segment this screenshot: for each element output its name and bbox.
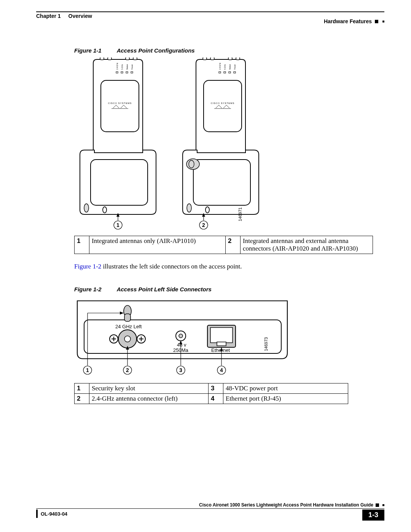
svg-point-10 xyxy=(84,204,89,212)
svg-rect-0 xyxy=(100,58,104,60)
figure-1-caption: Figure 1-1 Access Point Configurations xyxy=(74,47,384,54)
figure-2-drawing: 24 GHz Left 48 v 250Ma Ethernet 146973 xyxy=(74,298,384,378)
footer-bottom: OL-9403-04 1-3 xyxy=(36,510,384,521)
svg-rect-48 xyxy=(210,328,233,343)
vertical-bar-icon xyxy=(36,510,38,518)
led-label: Power xyxy=(131,64,133,70)
small-square-icon xyxy=(382,504,384,506)
figure-1-drawing: 2.4 GHz 5 GHz Status Power CISCO SYSTEMS xyxy=(74,58,384,233)
callout-4: 4 xyxy=(220,367,223,373)
legend-num: 2 xyxy=(75,394,89,404)
legend-text: 48-VDC power port xyxy=(223,383,348,394)
led-label: Status xyxy=(229,64,231,70)
svg-rect-1 xyxy=(108,58,112,60)
led-label: Status xyxy=(126,64,128,70)
figure-2-label: Figure 1-2 xyxy=(74,286,102,292)
svg-point-38 xyxy=(124,336,131,342)
svg-rect-18 xyxy=(228,58,232,60)
footer-guide-line: Cisco Aironet 1000 Series Lightweight Ac… xyxy=(36,502,384,509)
legend-num: 4 xyxy=(209,394,223,404)
chapter-label: Chapter 1 Overview xyxy=(36,13,92,19)
page-number: 1-3 xyxy=(362,510,384,521)
legend-text: Integrated antennas and external antenna… xyxy=(241,236,373,254)
svg-rect-24 xyxy=(204,80,242,132)
footer-docnum: OL-9403-04 xyxy=(36,510,67,518)
figure-1-legend: 1 Integrated antennas only (AIR-AP1010) … xyxy=(74,236,373,254)
body-text-rest: illustrates the left side connectors on … xyxy=(101,263,242,270)
svg-rect-8 xyxy=(101,80,139,132)
led-label: 2.4 GHz xyxy=(219,62,221,70)
legend-num: 2 xyxy=(226,236,241,254)
callout-2: 2 xyxy=(202,222,205,228)
figure-2-drawing-id: 146973 xyxy=(264,337,268,351)
figure-2-title: Access Point Left Side Connectors xyxy=(117,286,212,292)
svg-rect-3 xyxy=(133,58,137,60)
legend-text: Integrated antennas only (AIR-AP1010) xyxy=(89,236,226,254)
page-header: Chapter 1 Overview Hardware Features xyxy=(36,13,384,24)
svg-rect-28 xyxy=(193,160,250,205)
doc-number: OL-9403-04 xyxy=(41,511,67,517)
svg-point-30 xyxy=(189,160,194,168)
led-label: 5 GHz xyxy=(224,64,226,70)
header-rule xyxy=(36,11,384,12)
svg-rect-17 xyxy=(210,58,214,60)
svg-point-46 xyxy=(179,334,183,338)
legend-text: Security key slot xyxy=(89,383,209,394)
legend-text: Ethernet port (RJ-45) xyxy=(223,394,348,404)
square-icon xyxy=(376,503,379,507)
callout-2: 2 xyxy=(126,367,129,373)
svg-rect-2 xyxy=(126,58,129,60)
callout-1: 1 xyxy=(86,367,89,373)
callout-1: 1 xyxy=(116,222,119,228)
callout-3: 3 xyxy=(179,367,182,373)
side-connector-illustration: 24 GHz Left 48 v 250Ma Ethernet 146973 xyxy=(74,298,295,378)
cisco-logo-text: CISCO SYSTEMS xyxy=(211,102,234,104)
legend-text: 2.4-GHz antenna connector (left) xyxy=(89,394,209,404)
figure-reference-link[interactable]: Figure 1-2 xyxy=(74,263,101,270)
svg-rect-16 xyxy=(203,58,207,60)
svg-rect-36 xyxy=(124,314,131,321)
figure-2-caption: Figure 1-2 Access Point Left Side Connec… xyxy=(74,286,384,292)
svg-rect-49 xyxy=(217,342,226,346)
body-paragraph: Figure 1-2 illustrates the left side con… xyxy=(74,262,384,271)
figure-1-drawing-id: 146971 xyxy=(238,207,242,221)
chapter-title: Overview xyxy=(68,13,92,19)
section-label: Hardware Features xyxy=(324,18,384,24)
figure-1-label: Figure 1-1 xyxy=(74,47,102,54)
antenna-label: 24 GHz Left xyxy=(115,324,142,329)
svg-rect-12 xyxy=(91,160,148,205)
figure-2-legend: 1 Security key slot 3 48-VDC power port … xyxy=(74,383,348,404)
footer-guide-title: Cisco Aironet 1000 Series Lightweight Ac… xyxy=(199,502,373,508)
power-label-1: 48 v xyxy=(177,342,186,348)
led-label: 5 GHz xyxy=(121,64,123,70)
chapter-number: Chapter 1 xyxy=(36,13,61,19)
section-title: Hardware Features xyxy=(324,18,372,24)
figure-1-title: Access Point Configurations xyxy=(117,47,195,54)
access-point-illustration: 2.4 GHz 5 GHz Status Power CISCO SYSTEMS xyxy=(74,58,341,233)
page: Chapter 1 Overview Hardware Features Fig… xyxy=(0,0,411,532)
small-square-icon xyxy=(382,21,384,22)
svg-point-26 xyxy=(187,204,191,212)
page-footer: Cisco Aironet 1000 Series Lightweight Ac… xyxy=(36,502,384,521)
led-label: 2.4 GHz xyxy=(116,62,118,70)
legend-num: 1 xyxy=(75,383,89,394)
legend-num: 1 xyxy=(75,236,89,254)
cisco-logo-text: CISCO SYSTEMS xyxy=(108,102,132,104)
led-label: Power xyxy=(234,64,236,70)
legend-num: 3 xyxy=(209,383,223,394)
square-icon xyxy=(375,20,378,23)
svg-rect-19 xyxy=(236,58,240,60)
